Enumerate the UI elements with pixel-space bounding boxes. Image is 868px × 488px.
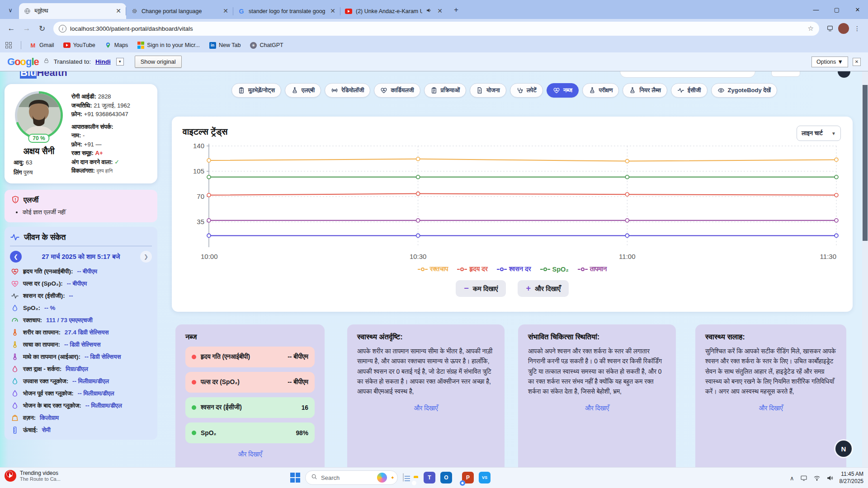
allergy-title: एलर्जी bbox=[24, 196, 38, 204]
bookmark-item[interactable]: Maps bbox=[104, 42, 128, 49]
share-icon[interactable] bbox=[824, 22, 836, 35]
vital-sign-row: भोजन पूर्व रक्त ग्लूकोज:-- मिलीग्राम/डीए… bbox=[10, 387, 152, 399]
nav-tab-नब्ज[interactable]: नब्ज bbox=[547, 83, 579, 98]
bookmark-item[interactable]: inNew Tab bbox=[209, 42, 241, 49]
legend-item[interactable]: रक्तचाप bbox=[418, 265, 448, 273]
conditions-title: संभावित चिकित्सा स्थितियां: bbox=[528, 333, 666, 341]
notification-title: Trending videos bbox=[20, 470, 61, 476]
nav-tab-प्रक्रियाओं[interactable]: प्रक्रियाओं bbox=[424, 83, 466, 98]
nav-tab-ZygoteBody देखें[interactable]: ZygoteBody देखें bbox=[711, 83, 777, 98]
volume-icon[interactable] bbox=[826, 474, 834, 482]
nav-tab-योजना[interactable]: योजना bbox=[470, 83, 506, 98]
show-more-button[interactable]: +और दिखाएँ bbox=[518, 280, 568, 297]
gear-favicon bbox=[131, 8, 138, 15]
advice-title: स्वास्थ्य सलाह: bbox=[705, 333, 836, 341]
tab-close-icon[interactable]: ✕ bbox=[436, 7, 444, 15]
bookmark-item[interactable]: YouTube bbox=[63, 42, 95, 49]
reload-button[interactable]: ↻ bbox=[35, 22, 49, 35]
taskbar-notification[interactable]: 7 Trending videos The Route to Ca... bbox=[5, 470, 61, 482]
header-search-partial[interactable] bbox=[620, 71, 755, 78]
tab-close-icon[interactable]: ✕ bbox=[329, 7, 337, 15]
globe-favicon bbox=[24, 8, 31, 15]
window-maximize-button[interactable]: ▢ bbox=[826, 0, 847, 19]
insights-show-more-link[interactable]: और दिखाएँ bbox=[357, 404, 495, 412]
nav-tab-मुठभेड़ें/नोट्स[interactable]: मुठभेड़ें/नोट्स bbox=[231, 83, 281, 98]
browser-tab[interactable]: Change portal language✕ bbox=[126, 3, 233, 19]
next-reading-button[interactable]: ❯ bbox=[140, 251, 152, 263]
start-button[interactable] bbox=[290, 473, 300, 483]
patient-info-row: रक्त समूह: A+ bbox=[71, 149, 151, 158]
taskbar-search[interactable]: Search ✦ bbox=[305, 470, 398, 485]
legend-item[interactable]: हृदय दर bbox=[457, 265, 487, 273]
browser-menu-icon[interactable]: ⋮ bbox=[851, 22, 863, 35]
url-text[interactable]: localhost:3000/patient-portal/dashboard/… bbox=[70, 25, 804, 32]
nav-tab-रेडियोलॉजी[interactable]: रेडियोलॉजी bbox=[325, 83, 370, 98]
show-original-button[interactable]: Show original bbox=[135, 56, 182, 68]
advice-show-more-link[interactable]: और दिखाएँ bbox=[705, 404, 836, 412]
legend-item[interactable]: श्वसन दर bbox=[497, 265, 531, 273]
language-dropdown[interactable]: ▼ bbox=[116, 58, 124, 66]
taskbar-app-teams[interactable]: T bbox=[424, 472, 435, 483]
browser-tab[interactable]: ब्लूहेल्थ✕ bbox=[19, 3, 126, 19]
bookmark-item[interactable]: ✳ChatGPT bbox=[250, 42, 283, 49]
taskbar-app-vscode[interactable]: VS bbox=[479, 472, 491, 483]
chart-type-select[interactable]: लाइन चार्ट▼ bbox=[797, 126, 841, 141]
nav-tab-नियर लैब्स[interactable]: नियर लैब्स bbox=[623, 83, 667, 98]
nav-tab-ईसीजी[interactable]: ईसीजी bbox=[671, 83, 708, 98]
bookmark-item[interactable]: Sign in to your Micr... bbox=[137, 42, 200, 49]
back-button[interactable]: ← bbox=[5, 22, 18, 35]
tray-chevron-icon[interactable]: ∧ bbox=[790, 475, 794, 482]
page-scrollbar[interactable] bbox=[862, 71, 868, 467]
vital-sign-row: माथे का तापमान (आईआर):-- डिग्री सेल्सियस bbox=[10, 351, 152, 363]
browser-profile-avatar[interactable] bbox=[838, 23, 849, 34]
forward-button[interactable]: → bbox=[20, 22, 33, 35]
legend-item[interactable]: SpO₂ bbox=[540, 265, 569, 273]
tab-close-icon[interactable]: ✕ bbox=[114, 7, 123, 15]
window-minimize-button[interactable]: — bbox=[806, 0, 826, 19]
site-info-icon[interactable]: i bbox=[59, 25, 66, 33]
tab-audio-icon[interactable] bbox=[426, 7, 432, 15]
nav-tab-कार्डियलजी[interactable]: कार्डियलजी bbox=[374, 83, 420, 98]
patient-portal-page: BluHealth 70 % अक्षय सैनी आयु: 63 लिंग प… bbox=[0, 71, 868, 467]
taskbar-app-notepad[interactable] bbox=[403, 474, 404, 482]
conditions-show-more-link[interactable]: और दिखाएँ bbox=[528, 404, 666, 412]
nav-tab-लपेटें[interactable]: लपेटें bbox=[510, 83, 543, 98]
taskbar-clock[interactable]: 11:45 AM 8/27/2025 bbox=[840, 471, 863, 485]
header-avatar-partial[interactable] bbox=[838, 71, 850, 78]
apps-grid-icon[interactable] bbox=[5, 42, 12, 48]
new-tab-button[interactable]: + bbox=[450, 4, 462, 16]
tab-search-button[interactable]: ∨ bbox=[5, 4, 16, 16]
show-less-button[interactable]: −कम दिखाएं bbox=[456, 280, 506, 297]
browser-tab[interactable]: (2) Unke Andaz-e-Karam U✕ bbox=[340, 3, 448, 19]
previous-reading-button[interactable]: ❮ bbox=[10, 251, 22, 263]
header-button-partial[interactable] bbox=[771, 71, 800, 77]
translate-close-icon[interactable]: ✕ bbox=[853, 58, 861, 66]
legend-item[interactable]: तापमान bbox=[578, 265, 607, 273]
bookmark-item[interactable]: MGmail bbox=[29, 42, 54, 49]
language-link[interactable]: Hindi bbox=[95, 58, 111, 65]
browser-tab[interactable]: Gstander logo for translate goog✕ bbox=[233, 3, 340, 19]
cast-icon[interactable] bbox=[800, 474, 807, 482]
taskbar-app-outlook[interactable]: O bbox=[440, 472, 452, 483]
pulse-show-more-link[interactable]: और दिखाएँ bbox=[185, 450, 315, 458]
address-bar[interactable]: i localhost:3000/patient-portal/dashboar… bbox=[53, 22, 819, 36]
google-favicon: G bbox=[238, 8, 245, 15]
legend-marker-icon bbox=[418, 267, 428, 272]
bookmark-star-icon[interactable]: ☆ bbox=[808, 24, 814, 33]
thermometer-icon bbox=[11, 353, 19, 361]
window-close-button[interactable]: ✕ bbox=[847, 0, 868, 19]
heart-icon bbox=[553, 87, 560, 94]
scrollbar-thumb[interactable] bbox=[863, 85, 868, 241]
flask-icon bbox=[589, 87, 596, 94]
svg-text:10:00: 10:00 bbox=[201, 253, 218, 260]
wifi-icon[interactable] bbox=[813, 474, 821, 482]
svg-text:11:00: 11:00 bbox=[619, 253, 635, 260]
nav-tab-एलएबी[interactable]: एलएबी bbox=[285, 83, 321, 98]
ruler-icon bbox=[11, 426, 19, 434]
nav-tab-परीक्षण[interactable]: परीक्षण bbox=[582, 83, 619, 98]
legend-marker-icon bbox=[578, 267, 588, 272]
thermometer-icon bbox=[11, 341, 19, 349]
translate-options-button[interactable]: Options ▼ bbox=[811, 56, 848, 67]
tab-close-icon[interactable]: ✕ bbox=[222, 7, 230, 15]
notifications-floating-button[interactable]: N bbox=[835, 441, 852, 457]
